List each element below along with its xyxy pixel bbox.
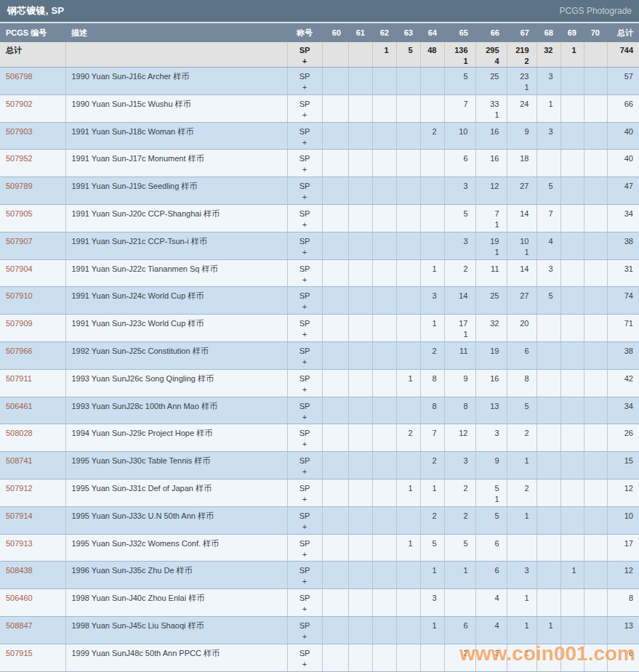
- grade-67-cell: 1: [507, 644, 536, 671]
- row-total-cell: 66: [607, 94, 639, 122]
- grade-count-line1: 5: [397, 45, 413, 56]
- pcgs-number-link[interactable]: 508741: [6, 456, 33, 465]
- grade-70-cell: [584, 644, 607, 671]
- designation-cell: SP+: [287, 616, 322, 644]
- designation-plus-label: +: [288, 110, 322, 121]
- pcgs-number-link[interactable]: 507903: [6, 127, 33, 136]
- pcgs-number-link[interactable]: 507909: [6, 319, 33, 328]
- pcgs-number-link[interactable]: 506798: [6, 72, 33, 81]
- grade-count-line1: 10: [507, 236, 529, 247]
- designation-cell: SP+: [287, 562, 322, 589]
- grade-64-cell: [420, 204, 444, 232]
- grade-count-line1: 3: [445, 236, 468, 247]
- pcgs-number-link[interactable]: 506460: [6, 594, 33, 602]
- designation-cell: SP+: [287, 287, 322, 315]
- grade-count-line1: 5: [445, 538, 468, 549]
- grade-count-line1: 2: [421, 346, 437, 357]
- population-table: PCGS 编号 描述 称号 6061626364656667686970总计 总…: [0, 23, 639, 672]
- photograde-link[interactable]: PCGS Photograde: [560, 6, 632, 16]
- grade-67-cell: 1: [507, 589, 536, 617]
- grade-60-cell: [322, 616, 348, 644]
- grade-64-cell: 2: [420, 122, 444, 150]
- grade-64-cell: 2: [420, 341, 444, 369]
- grade-65-cell: 11: [444, 341, 475, 369]
- grade-68-cell: 1: [536, 616, 560, 644]
- grade-count-line1: 1: [421, 318, 437, 329]
- pcgs-number-link[interactable]: 507952: [6, 154, 33, 163]
- grade-61-cell: [348, 287, 372, 315]
- pcgs-number-link[interactable]: 506461: [6, 402, 33, 410]
- pcgs-number-link[interactable]: 509789: [6, 182, 33, 190]
- coin-description: 1996 Yuan Sun-J35c Zhu De 样币: [65, 562, 287, 589]
- pcgs-number-link[interactable]: 507907: [6, 237, 33, 246]
- grade-62-cell: [372, 506, 396, 534]
- pcgs-number-link[interactable]: 507912: [6, 484, 33, 493]
- column-header-row: PCGS 编号 描述 称号 6061626364656667686970总计: [0, 23, 639, 42]
- pcgs-number-link[interactable]: 507913: [6, 539, 33, 548]
- pcgs-number-link[interactable]: 507915: [6, 649, 33, 657]
- grade-count-line1: 4: [476, 620, 499, 631]
- grade-65-cell: 3: [444, 232, 475, 259]
- designation-sp-label: SP: [288, 45, 322, 56]
- grade-count-line1: 2: [421, 456, 437, 466]
- grade-62-cell: [372, 369, 396, 397]
- column-header-grade-61: 61: [348, 23, 372, 42]
- grade-count-line1: 1: [507, 620, 529, 631]
- grade-66-cell: 191: [475, 232, 507, 259]
- pcgs-number-link[interactable]: 507902: [6, 100, 33, 108]
- grade-64-cell: [420, 94, 444, 122]
- grade-63-cell: [396, 177, 420, 205]
- grade-67-cell: 3: [507, 562, 536, 589]
- grade-60-cell: [322, 479, 348, 506]
- table-row: 5079041991 Yuan Sun-J22c Tiananmen Sq 样币…: [0, 259, 639, 287]
- pcgs-number-link[interactable]: 507904: [6, 264, 33, 273]
- grade-68-cell: [536, 397, 560, 424]
- pcgs-number-link[interactable]: 507966: [6, 347, 33, 355]
- grade-65-cell: 5: [444, 204, 475, 232]
- pcgs-number-cell: 507915: [0, 644, 65, 671]
- grade-68-cell: 3: [536, 122, 560, 150]
- grade-count-line1: 3: [445, 456, 468, 466]
- grade-68-cell: [536, 479, 560, 506]
- pcgs-number-cell: 508741: [0, 452, 65, 479]
- grade-67-cell: 18: [507, 150, 536, 177]
- grade-70-cell: [584, 177, 607, 205]
- grade-65-cell: 7: [444, 94, 475, 122]
- grade-count-line1: 3: [476, 428, 499, 439]
- grade-69-cell: [560, 287, 584, 315]
- column-header-description: 描述: [65, 23, 287, 42]
- designation-plus-label: +: [288, 137, 322, 148]
- pcgs-number-link[interactable]: 507905: [6, 209, 33, 218]
- grade-67-cell: 1: [507, 616, 536, 644]
- pcgs-number-link[interactable]: 507914: [6, 511, 33, 520]
- grade-67-cell: 8: [507, 369, 536, 397]
- pcgs-number-cell: 507912: [0, 479, 65, 506]
- grade-count-line1: 6: [476, 538, 499, 549]
- designation-sp-label: SP: [288, 126, 322, 137]
- pcgs-number-link[interactable]: 508438: [6, 566, 33, 575]
- grade-60-cell: [322, 122, 348, 150]
- grade-64-cell: [420, 68, 444, 95]
- designation-cell: SP+: [287, 259, 322, 287]
- pcgs-number-link[interactable]: 507910: [6, 291, 33, 300]
- pcgs-number-link[interactable]: 507911: [6, 374, 32, 383]
- grade-count-line1: 16: [476, 373, 499, 384]
- grade-count-line1: 18: [507, 153, 529, 164]
- table-row: 5079031991 Yuan Sun-J18c Woman 样币SP+2101…: [0, 122, 639, 150]
- pcgs-number-link[interactable]: 508847: [6, 621, 33, 630]
- grade-62-cell: [372, 397, 396, 424]
- coin-description: 1995 Yuan Sun-J32c Womens Conf. 样币: [65, 534, 287, 562]
- row-total-cell: 74: [607, 287, 639, 315]
- row-total-cell: 38: [607, 341, 639, 369]
- grade-plus-count-line2: 1: [476, 494, 499, 505]
- table-row: 5079131995 Yuan Sun-J32c Womens Conf. 样币…: [0, 534, 639, 562]
- column-header-grade-62: 62: [372, 23, 396, 42]
- totals-label: 总计: [0, 42, 65, 68]
- designation-sp-label: SP: [288, 511, 322, 522]
- grade-70-cell: [584, 452, 607, 479]
- grade-67-cell: 1: [507, 506, 536, 534]
- pcgs-number-link[interactable]: 508028: [6, 429, 33, 437]
- grade-64-cell: 1: [420, 562, 444, 589]
- grade-67-cell: 5: [507, 397, 536, 424]
- grade-68-cell: [536, 534, 560, 562]
